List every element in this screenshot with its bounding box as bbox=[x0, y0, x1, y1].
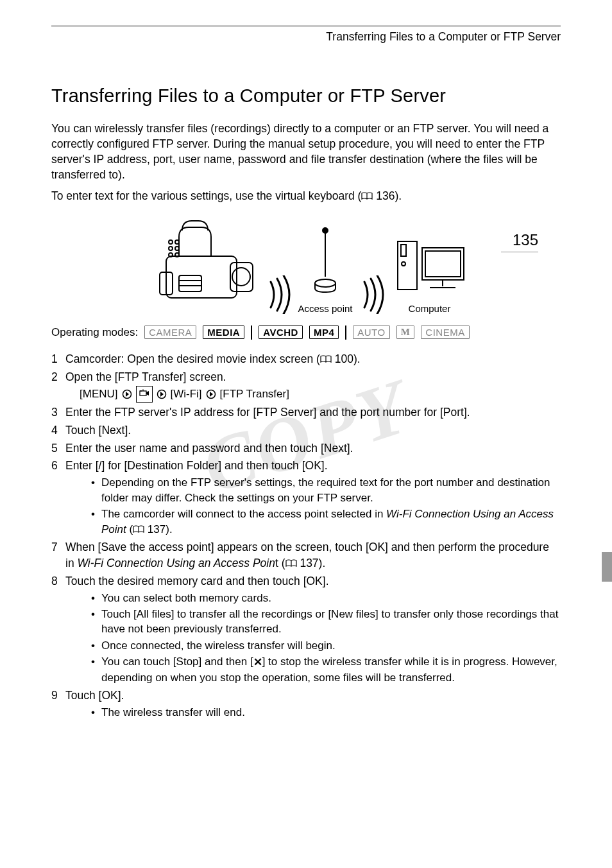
step-1: Camcorder: Open the desired movie index … bbox=[51, 351, 561, 367]
book-icon bbox=[320, 355, 332, 363]
wireless-waves-icon bbox=[266, 275, 291, 314]
operating-modes-row: Operating modes: CAMERA MEDIA AVCHD MP4 … bbox=[51, 326, 561, 340]
operating-modes-label: Operating modes: bbox=[51, 326, 138, 339]
svg-rect-20 bbox=[425, 251, 461, 277]
intro-paragraph-2: To enter text for the various settings, … bbox=[51, 188, 561, 204]
svg-rect-2 bbox=[230, 263, 253, 291]
arrow-icon bbox=[157, 389, 167, 399]
step-2: Open the [FTP Transfer] screen. [MENU] [… bbox=[51, 369, 561, 403]
top-rule bbox=[51, 26, 561, 26]
arrow-icon bbox=[122, 389, 132, 399]
svg-rect-10 bbox=[179, 275, 201, 291]
svg-point-7 bbox=[175, 253, 179, 257]
svg-rect-24 bbox=[140, 391, 146, 395]
svg-point-4 bbox=[169, 247, 173, 250]
book-icon bbox=[361, 192, 373, 200]
mode-camera: CAMERA bbox=[144, 326, 196, 339]
side-tab bbox=[602, 552, 612, 582]
page-number: 135 bbox=[501, 231, 538, 252]
step-6-bullet-2: The camcorder will connect to the access… bbox=[91, 507, 561, 537]
svg-point-8 bbox=[169, 240, 173, 244]
svg-point-9 bbox=[175, 240, 179, 244]
mode-cinema: CINEMA bbox=[421, 326, 469, 339]
divider bbox=[251, 326, 252, 340]
step-4: Touch [Next]. bbox=[51, 422, 561, 438]
arrow-icon bbox=[206, 389, 216, 399]
mode-media: MEDIA bbox=[203, 326, 244, 339]
access-point-label: Access point bbox=[298, 303, 352, 314]
mode-mp4: MP4 bbox=[309, 326, 339, 339]
svg-rect-19 bbox=[422, 248, 464, 280]
step-8-bullet-1: You can select both memory cards. bbox=[91, 591, 561, 605]
book-icon bbox=[285, 559, 297, 568]
step-3: Enter the FTP server's IP address for [F… bbox=[51, 404, 561, 421]
svg-point-18 bbox=[402, 262, 405, 266]
step-9: Touch [OK]. The wireless transfer will e… bbox=[51, 688, 561, 720]
step-6: Enter [/] for [Destination Folder] and t… bbox=[51, 458, 561, 537]
mode-auto: AUTO bbox=[353, 326, 389, 339]
page-title: Transferring Files to a Computer or FTP … bbox=[51, 85, 561, 107]
svg-point-25 bbox=[142, 390, 144, 391]
computer-label: Computer bbox=[409, 303, 451, 314]
step-9-bullet-1: The wireless transfer will end. bbox=[91, 705, 561, 720]
book-icon bbox=[133, 525, 144, 534]
x-icon: ✕ bbox=[253, 655, 262, 670]
step-7: When [Save the access point] appears on … bbox=[51, 539, 561, 571]
diagram: Access point bbox=[51, 211, 561, 314]
mode-avchd: AVCHD bbox=[259, 326, 303, 339]
svg-point-15 bbox=[315, 279, 336, 287]
step-8-bullet-4: You can touch [Stop] and then [✕] to sto… bbox=[91, 654, 561, 685]
camcorder-illustration bbox=[144, 211, 259, 314]
divider bbox=[345, 326, 346, 340]
access-point-illustration: Access point bbox=[298, 225, 352, 314]
svg-point-3 bbox=[232, 268, 250, 286]
svg-point-5 bbox=[175, 247, 179, 250]
svg-rect-17 bbox=[401, 245, 406, 256]
step-8: Touch the desired memory card and then t… bbox=[51, 573, 561, 686]
system-settings-icon bbox=[136, 386, 153, 402]
intro-paragraph-1: You can wirelessly transfer files (recor… bbox=[51, 121, 561, 183]
wireless-waves-icon bbox=[359, 275, 385, 314]
steps-list: Camcorder: Open the desired movie index … bbox=[51, 351, 561, 720]
step-8-bullet-3: Once connected, the wireless transfer wi… bbox=[91, 638, 561, 653]
computer-illustration: Computer bbox=[391, 235, 468, 314]
step-5: Enter the user name and password and the… bbox=[51, 440, 561, 456]
step-8-bullet-2: Touch [All files] to transfer all the re… bbox=[91, 607, 561, 637]
running-head: Transferring Files to a Computer or FTP … bbox=[51, 30, 561, 44]
step-2-path: [MENU] [Wi-Fi] [FTP Transfer] bbox=[80, 386, 561, 402]
svg-point-14 bbox=[323, 228, 328, 233]
step-6-bullet-1: Depending on the FTP server's settings, … bbox=[91, 475, 561, 505]
mode-m: M bbox=[396, 326, 415, 339]
svg-point-6 bbox=[169, 253, 173, 257]
